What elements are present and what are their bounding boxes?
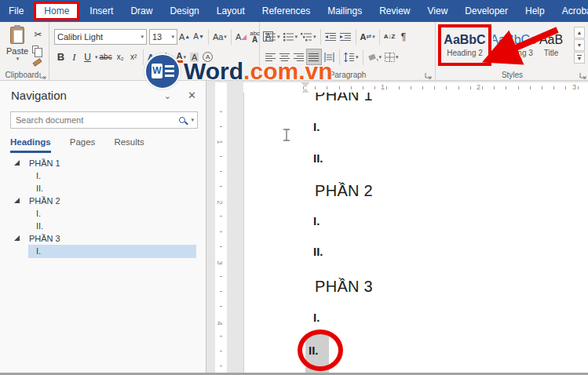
line-spacing-dropdown-icon: ▾ [356, 54, 359, 60]
shading-dropdown-icon: ▾ [379, 54, 382, 60]
paragraph-dialog-launcher[interactable] [424, 71, 432, 79]
tab-draw[interactable]: Draw [122, 0, 161, 22]
clipboard-group: Paste ▾ ✂ Clipboard [0, 22, 49, 81]
selection-highlight [28, 245, 196, 258]
search-input[interactable] [14, 115, 179, 126]
navigation-options-chevron-icon[interactable]: ⌄ [164, 91, 171, 101]
font-size-dropdown-icon: ▾ [171, 34, 174, 40]
show-formatting-marks-button[interactable]: ¶ [396, 28, 410, 45]
doc-heading: PHẦN 2 [315, 182, 373, 200]
increase-indent-button[interactable] [338, 28, 353, 45]
tab-help[interactable]: Help [517, 0, 553, 22]
style-heading-2[interactable]: AaBbC Heading 2 [443, 27, 487, 64]
style-heading-3-label: Heading 3 [497, 49, 533, 57]
italic-button[interactable]: I [68, 49, 81, 65]
style-title-preview: AaB [539, 33, 563, 47]
tab-view[interactable]: View [419, 0, 457, 22]
tree-item-phan3-i-selected[interactable]: I. [0, 245, 206, 257]
collapse-triangle-icon[interactable] [14, 235, 20, 241]
cut-button[interactable]: ✂ [31, 26, 45, 42]
tree-item-phan1-i[interactable]: I. [0, 169, 206, 182]
strikethrough-button[interactable]: abc [98, 49, 114, 65]
tree-item-phan-1[interactable]: PHẦN 1 [0, 157, 206, 169]
tab-acrobat[interactable]: Acrobat [553, 0, 588, 22]
numbering-button[interactable]: ▾ [282, 28, 300, 45]
tab-references[interactable]: References [254, 0, 319, 22]
styles-group-label: Styles [436, 71, 588, 79]
vruler-number: 1 [216, 140, 224, 144]
nav-tab-pages[interactable]: Pages [70, 137, 96, 153]
bullets-button[interactable]: ▾ [264, 28, 282, 45]
tree-item-phan-3[interactable]: PHẦN 3 [0, 232, 206, 245]
font-name-dropdown-icon: ▾ [141, 34, 144, 40]
style-heading-2-label: Heading 2 [447, 49, 483, 57]
style-title[interactable]: AaB Title [535, 27, 568, 63]
multilevel-dropdown-icon: ▾ [313, 34, 316, 40]
style-heading-3[interactable]: AaBbCcI Heading 3 [493, 27, 537, 63]
tab-layout[interactable]: Layout [208, 0, 254, 22]
style-heading-3-preview: AaBbCcI [493, 33, 537, 47]
search-dropdown-icon[interactable]: ▾ [191, 117, 194, 123]
styles-dialog-launcher[interactable] [579, 71, 586, 79]
styles-scroll-down-button[interactable]: ▼ [574, 39, 585, 51]
borders-button[interactable]: ▾ [383, 49, 400, 65]
search-icon[interactable] [179, 117, 185, 123]
tree-item-phan2-i[interactable]: I. [0, 207, 206, 220]
tab-insert[interactable]: Insert [81, 0, 122, 22]
multilevel-list-button[interactable]: ▾ [299, 28, 318, 45]
phonetic-guide-button[interactable]: abcA [248, 28, 261, 45]
decrease-indent-button[interactable] [323, 28, 338, 45]
doc-item: II. [313, 151, 323, 165]
paste-button[interactable]: Paste ▾ [5, 27, 30, 72]
style-title-label: Title [544, 49, 559, 57]
sort-button[interactable]: A↓Z [382, 28, 397, 45]
tab-file[interactable]: File [0, 0, 32, 22]
style-heading-2-preview: AaBbC [444, 33, 485, 47]
heading2-annotation-box: AaBbC Heading 2 [438, 24, 491, 66]
borders-dropdown-icon: ▾ [396, 54, 399, 60]
tree-item-phan-2[interactable]: PHẦN 2 [0, 195, 206, 207]
collapse-triangle-icon[interactable] [14, 160, 20, 166]
tab-design[interactable]: Design [161, 0, 207, 22]
tab-review[interactable]: Review [371, 0, 418, 22]
subscript-button[interactable]: x₂ [114, 49, 127, 65]
font-name-combo[interactable]: Calibri Light ▾ [54, 29, 147, 45]
asian-layout-button[interactable]: A⇄▾ [359, 28, 377, 45]
nav-tab-results[interactable]: Results [114, 137, 144, 153]
copy-button[interactable] [32, 46, 38, 53]
styles-more-button[interactable]: ▼ [574, 52, 585, 64]
clear-formatting-button[interactable]: A◢ [234, 28, 248, 45]
word-window: File Home Insert Draw Design Layout Refe… [0, 0, 588, 375]
tab-developer[interactable]: Developer [456, 0, 517, 22]
font-size-combo[interactable]: 13 ▾ [149, 29, 177, 45]
shading-button[interactable]: ▾ [366, 49, 384, 65]
document-page[interactable]: PHẦN 1 I. II. PHẦN 2 I. II. PHẦN 3 I. II… [243, 93, 588, 375]
word-logo-icon: W [144, 53, 181, 89]
hruler-number: 2 [477, 83, 480, 91]
underline-button[interactable]: U [81, 49, 94, 65]
nav-tab-headings[interactable]: Headings [10, 137, 51, 153]
line-spacing-button[interactable]: ▾ [342, 49, 360, 65]
paste-label: Paste [6, 46, 28, 56]
bold-button[interactable]: B [54, 49, 68, 65]
navigation-close-icon[interactable]: ✕ [188, 89, 196, 101]
document-area: 1 2 3 4 1 2 3 PHẦN 1 I. II. PHẦN 2 I. II… [206, 81, 588, 375]
tab-home[interactable]: Home [34, 2, 79, 20]
tree-item-phan1-ii[interactable]: II. [0, 182, 206, 195]
search-box[interactable]: ▾ [10, 111, 198, 129]
format-painter-button[interactable] [33, 58, 42, 66]
shrink-font-button[interactable]: A▼ [192, 28, 206, 45]
collapse-triangle-icon[interactable] [14, 198, 20, 203]
styles-scroll-up-button[interactable]: ▲ [574, 27, 585, 38]
tree-item-phan2-ii[interactable]: II. [0, 220, 206, 232]
annotation-circle [298, 329, 343, 371]
grow-font-button[interactable]: A▲ [177, 28, 192, 45]
paste-dropdown-icon: ▾ [16, 56, 20, 62]
vertical-ruler[interactable]: 1 2 3 4 [215, 82, 227, 373]
superscript-button[interactable]: x² [127, 49, 141, 65]
clipboard-dialog-launcher[interactable] [38, 71, 46, 79]
doc-item: I. [313, 214, 320, 228]
tab-mailings[interactable]: Mailings [319, 0, 371, 22]
change-case-button[interactable]: Aa▾ [211, 28, 228, 45]
doc-heading: PHẦN 3 [315, 278, 373, 296]
